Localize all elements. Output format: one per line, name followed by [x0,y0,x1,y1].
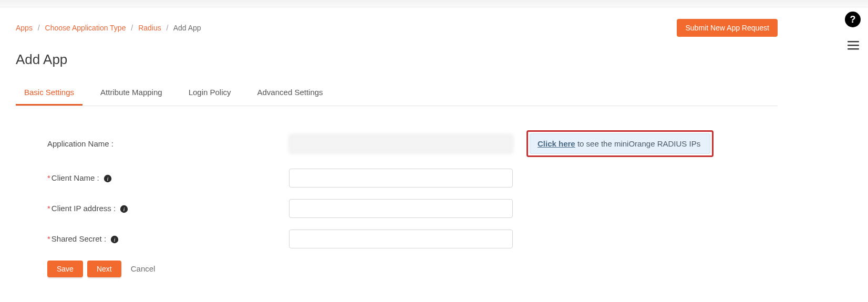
label-shared-secret-text: Shared Secret : [51,234,106,243]
row-client-name: *Client Name : i [47,169,772,188]
info-icon[interactable]: i [120,205,128,213]
radius-ips-callout-inner: Click here to see the miniOrange RADIUS … [530,133,710,154]
svg-text:i: i [107,175,108,182]
tab-login-policy[interactable]: Login Policy [180,80,240,106]
row-application-name: Application Name : Click here to see the… [47,130,772,157]
click-here-link[interactable]: Click here [538,139,575,148]
radius-ips-callout: Click here to see the miniOrange RADIUS … [526,130,714,157]
required-marker: * [47,173,50,182]
radius-ips-text: to see the miniOrange RADIUS IPs [575,139,700,148]
svg-text:i: i [123,206,125,212]
page-title: Add App [16,51,778,68]
breadcrumb: Apps / Choose Application Type / Radius … [16,24,201,32]
svg-rect-6 [848,41,859,42]
input-client-ip[interactable] [289,199,513,218]
form-actions: Save Next Cancel [47,260,772,277]
info-box-wrap: Click here to see the miniOrange RADIUS … [526,130,714,157]
row-shared-secret: *Shared Secret : i [47,230,772,248]
label-application-name: Application Name : [47,139,289,148]
save-button[interactable]: Save [47,261,83,277]
tab-attribute-mapping[interactable]: Attribute Mapping [92,80,171,106]
label-client-ip: *Client IP address : i [47,204,289,213]
top-gradient-bar [0,0,868,7]
cancel-button[interactable]: Cancel [126,260,161,277]
submit-new-app-request-button[interactable]: Submit New App Request [677,19,778,37]
hamburger-icon[interactable] [846,38,861,53]
input-shared-secret[interactable] [289,230,513,248]
next-button[interactable]: Next [87,261,121,277]
info-icon[interactable]: i [110,235,119,244]
breadcrumb-separator: / [38,24,40,32]
form-area: Application Name : Click here to see the… [16,130,772,277]
tab-basic-settings[interactable]: Basic Settings [16,80,82,106]
breadcrumb-separator: / [167,24,169,32]
help-icon[interactable]: ? [845,12,861,27]
breadcrumb-apps[interactable]: Apps [16,24,33,32]
label-client-name: *Client Name : i [47,173,289,183]
svg-rect-8 [848,48,859,49]
label-client-name-text: Client Name : [51,173,99,182]
required-marker: * [47,234,50,243]
breadcrumb-separator: / [131,24,133,32]
breadcrumb-radius[interactable]: Radius [138,24,161,32]
tabs: Basic Settings Attribute Mapping Login P… [16,80,778,106]
required-marker: * [47,204,50,213]
info-icon[interactable]: i [104,174,112,183]
breadcrumb-current: Add App [173,24,201,32]
svg-text:i: i [114,236,116,243]
svg-rect-7 [848,45,859,46]
breadcrumb-row: Apps / Choose Application Type / Radius … [16,19,778,37]
label-client-ip-text: Client IP address : [51,204,116,213]
input-application-name[interactable] [289,134,513,153]
tab-advanced-settings[interactable]: Advanced Settings [249,80,332,106]
row-client-ip: *Client IP address : i [47,199,772,218]
input-client-name[interactable] [289,169,513,188]
help-icon-glyph: ? [850,14,856,25]
label-shared-secret: *Shared Secret : i [47,234,289,244]
page-container: Apps / Choose Application Type / Radius … [0,7,793,298]
breadcrumb-choose-type[interactable]: Choose Application Type [45,24,126,32]
